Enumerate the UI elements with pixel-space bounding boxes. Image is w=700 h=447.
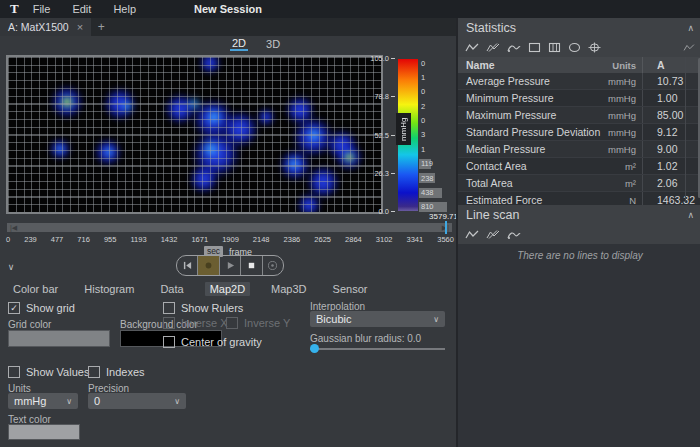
inverse-x-label: Inverse X: [181, 317, 227, 329]
view-2d-button[interactable]: 2D: [230, 37, 248, 51]
interpolation-dropdown[interactable]: Bicubic ∨: [310, 311, 445, 327]
statistics-table-header: Name Units A: [458, 57, 700, 73]
ruler-tick-label: 2148: [253, 235, 270, 244]
stats-row: Minimum PressuremmHg1.00: [458, 90, 700, 107]
histogram-row: 0: [419, 86, 457, 98]
ellipse-icon[interactable]: [568, 42, 581, 53]
gaussian-blur-slider-thumb[interactable]: [310, 344, 319, 353]
chevron-down-icon: ∨: [174, 397, 180, 406]
crosshair-ellipse-icon[interactable]: [588, 42, 601, 53]
line-scan-empty-message: There are no lines to display: [458, 250, 700, 261]
line-scan-title: Line scan: [466, 208, 520, 222]
timeline-scrubber[interactable]: |◀ ▶|: [7, 223, 452, 232]
show-values-checkbox[interactable]: Show Values: [8, 366, 89, 378]
stats-row: Total Aream²2.06: [458, 175, 700, 192]
scrub-start-icon[interactable]: |◀: [10, 224, 17, 231]
histogram-row: 119: [419, 158, 457, 170]
inverse-x-checkbox: Inverse X: [163, 317, 227, 329]
center-of-gravity-checkbox[interactable]: Center of gravity: [163, 336, 262, 348]
histogram-row: 438: [419, 187, 457, 199]
statistics-header: Statistics ∧: [458, 18, 700, 38]
statistics-toolbar: [458, 38, 700, 57]
show-grid-label: Show grid: [26, 302, 75, 314]
center-of-gravity-label: Center of gravity: [181, 336, 262, 348]
show-rulers-label: Show Rulers: [181, 302, 243, 314]
add-measurement-icon[interactable]: [683, 43, 695, 52]
freehand-icon[interactable]: [507, 229, 521, 240]
close-icon[interactable]: ×: [77, 21, 83, 33]
indexes-checkbox[interactable]: Indexes: [88, 366, 145, 378]
units-value: mmHg: [14, 395, 46, 407]
stop-button[interactable]: [241, 256, 262, 275]
units-dropdown[interactable]: mmHg ∨: [8, 393, 78, 409]
text-color-swatch[interactable]: [8, 424, 80, 440]
gaussian-blur-slider[interactable]: [310, 348, 445, 350]
line-scan-header: Line scan ∧: [458, 205, 700, 225]
timeline-ruler: 0239477716955119314321671190921482386262…: [6, 235, 454, 244]
app-window: T File Edit Help New Session A: MatX1500…: [0, 0, 700, 447]
menu-file[interactable]: File: [33, 3, 51, 15]
view-mode-toggle: 2D 3D: [230, 36, 282, 52]
show-values-label: Show Values: [26, 366, 89, 378]
session-tab[interactable]: A: MatX1500 ×: [0, 18, 91, 36]
record-icon: [204, 261, 213, 270]
stats-row: Contact Aream²1.02: [458, 158, 700, 175]
chevron-up-icon[interactable]: ∧: [687, 210, 694, 220]
ruler-tick-label: 0: [6, 235, 10, 244]
grid-color-swatch[interactable]: [8, 330, 110, 347]
indexes-label: Indexes: [106, 366, 145, 378]
settings-tab-histogram[interactable]: Histogram: [79, 282, 139, 296]
loop-button[interactable]: [263, 256, 283, 275]
show-grid-checkbox[interactable]: ✓ Show grid: [8, 302, 75, 314]
settings-tab-data[interactable]: Data: [155, 282, 188, 296]
timeline-playhead[interactable]: [445, 221, 447, 234]
column-a: A: [642, 57, 700, 73]
loop-icon: [267, 260, 278, 271]
settings-tab-color-bar[interactable]: Color bar: [8, 282, 63, 296]
menu-help[interactable]: Help: [113, 3, 136, 15]
pressure-heatmap[interactable]: [6, 55, 383, 214]
grid-color-label: Grid color: [8, 319, 51, 330]
menu-edit[interactable]: Edit: [72, 3, 91, 15]
settings-tab-bar: Color barHistogramDataMap2DMap3DSensor: [8, 281, 372, 297]
stats-row: Maximum PressuremmHg85.00: [458, 107, 700, 124]
chevron-up-icon[interactable]: ∧: [687, 23, 694, 33]
histogram-row: 1: [419, 71, 457, 83]
colorbar-unit-label: mmHg: [396, 113, 411, 145]
view-3d-button[interactable]: 3D: [264, 38, 282, 50]
menu-bar: T File Edit Help New Session: [0, 0, 700, 18]
grid-rectangle-icon[interactable]: [548, 42, 561, 53]
ruler-tick-label: 1432: [161, 235, 178, 244]
colorbar-ticks: 105.078.852.526.30.0: [362, 54, 395, 216]
chevron-down-icon: ∨: [433, 315, 439, 324]
ruler-tick-label: 2386: [284, 235, 301, 244]
settings-tab-sensor[interactable]: Sensor: [328, 282, 373, 296]
histogram-row: 3: [419, 129, 457, 141]
polyline-icon[interactable]: [465, 42, 479, 53]
rectangle-icon[interactable]: [528, 42, 541, 53]
histogram-row: 0: [419, 57, 457, 69]
bottom-panel-collapse-button[interactable]: ∨: [3, 261, 19, 273]
precision-dropdown[interactable]: 0 ∨: [88, 393, 186, 409]
histogram-row: 238: [419, 172, 457, 184]
window-title: New Session: [0, 3, 456, 15]
polyline-icon[interactable]: [465, 229, 479, 240]
ruler-tick-label: 3560: [437, 235, 454, 244]
settings-tab-map2d[interactable]: Map2D: [205, 282, 250, 296]
colorbar-tick: 105.0: [362, 54, 395, 63]
colorbar-tick: 52.5: [362, 131, 395, 140]
record-button[interactable]: [198, 256, 219, 275]
multiline-icon[interactable]: [486, 42, 500, 53]
chevron-down-icon: ∨: [66, 397, 72, 406]
skip-start-button[interactable]: [177, 256, 198, 275]
multiline-icon[interactable]: [486, 229, 500, 240]
histogram-row: 0: [419, 115, 457, 127]
ruler-tick-label: 955: [104, 235, 117, 244]
settings-tab-map3d[interactable]: Map3D: [266, 282, 311, 296]
show-rulers-checkbox[interactable]: Show Rulers: [163, 302, 243, 314]
add-tab-button[interactable]: +: [91, 18, 111, 36]
transport-controls: [176, 255, 284, 276]
colorbar-tick: 26.3: [362, 169, 395, 178]
play-button[interactable]: [220, 256, 241, 275]
freehand-icon[interactable]: [507, 42, 521, 53]
